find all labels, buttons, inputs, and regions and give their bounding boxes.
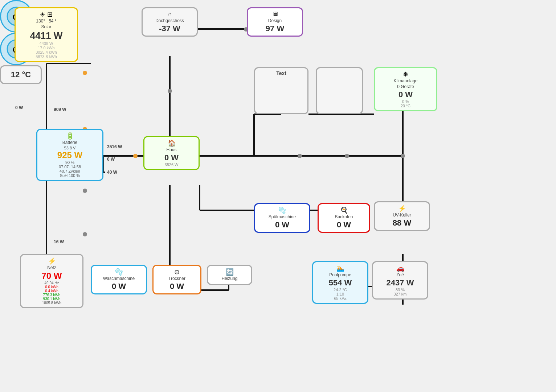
- label-0w-left: 0 W: [15, 105, 23, 110]
- label-0w-mid: 0 W: [107, 157, 115, 162]
- label-40w: 40 W: [107, 170, 117, 175]
- dach-title: Dachgeschoss: [146, 18, 194, 23]
- poolpumpe-icon: 🏊: [316, 264, 364, 272]
- uv-power: 88 W: [378, 218, 426, 228]
- text-node-1: Text: [254, 67, 308, 114]
- back-title: Backofen: [322, 214, 366, 219]
- netz-kw1: 0.0 kWh: [24, 285, 79, 289]
- klima-power: 0 W: [378, 90, 433, 99]
- temp-value: 12 °C: [5, 70, 37, 79]
- dot-gray-right3: [401, 154, 405, 158]
- dot-orange-1: [83, 71, 87, 75]
- solar-sub1: 4409 W: [19, 41, 74, 46]
- design-icon: 🖥: [251, 11, 299, 18]
- zoe-power: 2437 W: [376, 278, 424, 288]
- poolpumpe-power: 554 W: [316, 278, 364, 288]
- dot-gray-mid1: [83, 189, 87, 193]
- poolpumpe-node[interactable]: 🏊 Poolpumpe 554 W 24.2 °C 1:10 65 kPa: [312, 261, 368, 304]
- trockner-title: Trockner: [156, 276, 197, 281]
- haus-title: Haus: [147, 147, 196, 152]
- dot-gray-dach: [168, 89, 172, 93]
- zoe-percent: 83 %: [376, 288, 424, 292]
- zoe-km: 327 km: [376, 292, 424, 296]
- text-node-2: [316, 67, 363, 114]
- uv-icon: ⚡: [378, 205, 426, 212]
- back-node[interactable]: 🍳 Backofen 0 W: [318, 203, 370, 233]
- spuel-node[interactable]: 🫧 Spülmaschine 0 W: [254, 203, 310, 233]
- klima-sub1: 0 %: [378, 99, 433, 104]
- wasch-title: Waschmaschine: [95, 276, 143, 281]
- klima-title: Klimaanlage: [378, 78, 433, 83]
- haus-icon: 🏠: [147, 139, 196, 147]
- trockner-icon: ⊙: [156, 268, 197, 276]
- batterie-soc: 90 %: [40, 160, 99, 165]
- spuel-power: 0 W: [258, 220, 306, 230]
- text1-label: Text: [258, 70, 304, 76]
- trockner-node[interactable]: ⊙ Trockner 0 W: [152, 265, 201, 294]
- uv-title: UV-Keller: [378, 212, 426, 218]
- zoe-title: Zoë: [376, 272, 424, 277]
- batterie-power: 925 W: [40, 150, 99, 160]
- wasch-icon: 🫧: [95, 268, 143, 276]
- solar-sub3: 3025.4 kWh: [19, 50, 74, 54]
- label-3516w: 3516 W: [107, 144, 122, 149]
- dach-node[interactable]: ⌂ Dachgeschoss -37 W: [142, 7, 198, 37]
- batterie-cycles: 40.7 Zyklen: [40, 169, 99, 173]
- dach-power: -37 W: [146, 24, 194, 33]
- haus-power: 0 W: [147, 153, 196, 162]
- solar-icon: ☀ ⊞: [19, 11, 74, 18]
- netz-kw5: 1805.8 kWh: [24, 301, 79, 305]
- netz-hz: 49.94 Hz: [24, 281, 79, 285]
- heizung-title: Heizung: [211, 276, 248, 281]
- batterie-voltage: 53.8 V: [40, 146, 99, 150]
- solar-node[interactable]: ☀ ⊞ 130° 54 ° Solar 4411 W 4409 W 17.0 k…: [15, 7, 78, 62]
- dot-gray-mid2: [83, 232, 87, 236]
- poolpumpe-title: Poolpumpe: [316, 272, 364, 277]
- solar-sub4: 5873.8 kWh: [19, 54, 74, 59]
- haus-node[interactable]: 🏠 Haus 0 W 3526 W: [143, 136, 200, 170]
- netz-kw3: 776.3 kWh: [24, 293, 79, 297]
- dot-gray-right1: [298, 154, 302, 158]
- dot-orange-haus: [133, 154, 138, 158]
- spuel-icon: 🫧: [258, 206, 306, 214]
- heizung-node[interactable]: 🔄 Heizung: [207, 265, 252, 285]
- netz-kw4: 930.1 kWh: [24, 297, 79, 301]
- zoe-icon: 🚗: [376, 264, 424, 272]
- wasch-power: 0 W: [95, 282, 143, 291]
- design-title: Design: [251, 18, 299, 23]
- haus-sub: 3526 W: [147, 162, 196, 167]
- batterie-date: 07.07. 14:58: [40, 165, 99, 169]
- netz-node[interactable]: ⚡ Netz 70 W 49.94 Hz 0.0 kWh 0.4 kWh 776…: [20, 254, 83, 308]
- netz-kw2: 0.4 kWh: [24, 289, 79, 293]
- design-power: 97 W: [251, 24, 299, 33]
- netz-icon: ⚡: [24, 257, 79, 265]
- zoe-node[interactable]: 🚗 Zoë 2437 W 83 % 327 km: [372, 261, 428, 300]
- spuel-title: Spülmaschine: [258, 214, 306, 219]
- klima-icon: ❄: [378, 70, 433, 78]
- batterie-icon: 🔋: [40, 132, 99, 140]
- klima-node[interactable]: ❄ Klimaanlage 0 Geräte 0 W 0 % 20 °C: [374, 67, 437, 111]
- back-icon: 🍳: [322, 206, 366, 214]
- netz-title: Netz: [24, 265, 79, 270]
- solar-power: 4411 W: [19, 30, 74, 41]
- temp-box: 12 °C: [0, 65, 42, 84]
- poolpumpe-temp: 24.2 °C: [316, 288, 364, 292]
- batterie-soh: SoH 100 %: [40, 173, 99, 178]
- poolpumpe-pressure: 65 kPa: [316, 296, 364, 301]
- label-909w: 909 W: [54, 107, 66, 112]
- klima-subtitle: 0 Geräte: [378, 84, 433, 89]
- batterie-title: Batterie: [40, 140, 99, 145]
- trockner-power: 0 W: [156, 282, 197, 291]
- solar-sub2: 17.0 kWh: [19, 46, 74, 50]
- dach-icon: ⌂: [146, 11, 194, 18]
- design-node[interactable]: 🖥 Design 97 W: [247, 7, 303, 37]
- dot-gray-right2: [345, 154, 349, 158]
- batterie-node[interactable]: 🔋 Batterie 53.8 V 925 W 90 % 07.07. 14:5…: [36, 129, 103, 181]
- poolpumpe-time: 1:10: [316, 292, 364, 296]
- klima-sub2: 20 °C: [378, 104, 433, 108]
- wasch-node[interactable]: 🫧 Waschmaschine 0 W: [91, 265, 147, 294]
- label-16w: 16 W: [54, 239, 64, 244]
- back-power: 0 W: [322, 220, 366, 230]
- uv-node[interactable]: ⚡ UV-Keller 88 W: [374, 201, 430, 231]
- heizung-icon: 🔄: [211, 268, 248, 276]
